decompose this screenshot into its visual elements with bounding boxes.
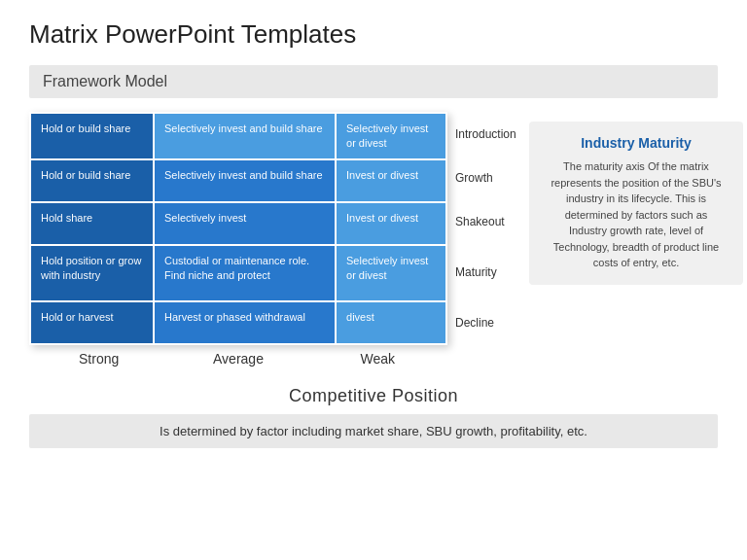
page-title: Matrix PowerPoint Templates: [29, 19, 718, 50]
axis-labels: Strong Average Weak: [29, 351, 447, 367]
matrix-with-labels: Hold or build shareSelectively invest an…: [29, 112, 514, 345]
cell-average-1: Selectively invest and build share: [154, 159, 336, 202]
info-box: Industry Maturity The maturity axis Of t…: [529, 122, 743, 285]
cell-weak-4: divest: [336, 301, 446, 344]
stage-label-1: Growth: [455, 157, 514, 199]
stage-label-3: Maturity: [455, 244, 514, 300]
cell-strong-4: Hold or harvest: [30, 301, 154, 344]
cell-strong-3: Hold position or grow with industry: [30, 245, 154, 301]
cell-weak-0: Selectively invest or divest: [336, 113, 446, 159]
cell-weak-2: Invest or divest: [336, 202, 446, 245]
info-box-text: The maturity axis Of the matrix represen…: [545, 158, 728, 271]
col-label-weak: Weak: [308, 351, 447, 367]
col-label-average: Average: [168, 351, 307, 367]
cell-weak-3: Selectively invest or divest: [336, 245, 446, 301]
col-label-strong: Strong: [29, 351, 168, 367]
matrix-table: Hold or build shareSelectively invest an…: [29, 112, 447, 345]
stage-label-2: Shakeout: [455, 200, 514, 243]
stage-label-0: Introduction: [455, 113, 514, 156]
cell-strong-1: Hold or build share: [30, 159, 154, 202]
bottom-description: Is determined by factor including market…: [29, 414, 718, 448]
right-panel: Industry Maturity The maturity axis Of t…: [529, 112, 743, 285]
cell-average-0: Selectively invest and build share: [154, 113, 336, 159]
bottom-section: Competitive Position Is determined by fa…: [29, 386, 718, 448]
stage-label-4: Decline: [455, 301, 514, 344]
cell-average-4: Harvest or phased withdrawal: [154, 301, 336, 344]
bottom-title: Competitive Position: [29, 386, 718, 406]
cell-average-2: Selectively invest: [154, 202, 336, 245]
stage-labels: IntroductionGrowthShakeoutMaturityDeclin…: [455, 112, 514, 345]
cell-weak-1: Invest or divest: [336, 159, 446, 202]
cell-average-3: Custodial or maintenance role. Find nich…: [154, 245, 336, 301]
info-box-title: Industry Maturity: [545, 135, 728, 151]
cell-strong-0: Hold or build share: [30, 113, 154, 159]
main-content: Hold or build shareSelectively invest an…: [29, 112, 718, 367]
cell-strong-2: Hold share: [30, 202, 154, 245]
section-header: Framework Model: [29, 65, 718, 98]
matrix-wrapper: Hold or build shareSelectively invest an…: [29, 112, 514, 367]
